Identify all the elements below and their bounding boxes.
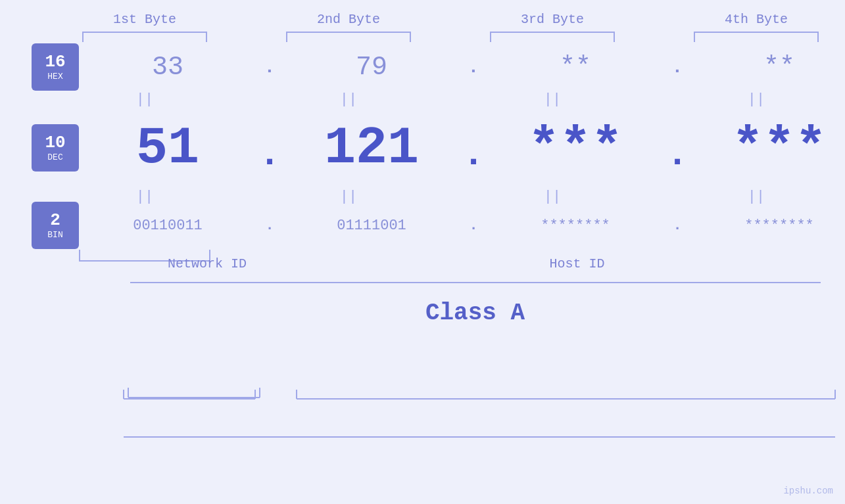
hex-cell-3: **	[487, 53, 664, 82]
left-spacer	[0, 12, 56, 27]
sep-left-1	[0, 90, 56, 108]
id-labels-row: Network ID Host ID	[0, 252, 845, 275]
bracket-line-3	[490, 32, 615, 42]
dec-badge-col: 10 DEC	[0, 108, 79, 187]
bin-cell-3: ********	[487, 218, 664, 234]
dec-row: 10 DEC 51 . 121 . *** . ***	[0, 108, 845, 187]
byte-header-4: 4th Byte	[667, 12, 845, 27]
dec-badge: 10 DEC	[32, 124, 79, 172]
watermark: ipshu.com	[783, 486, 833, 496]
hex-cell-1: 33	[79, 53, 256, 82]
id-labels: Network ID Host ID	[105, 252, 845, 275]
dec-cell-2: 121	[283, 118, 460, 178]
sep-cell-1: ||	[56, 91, 233, 108]
bin-badge: 2 BIN	[32, 202, 79, 249]
class-bracket-line	[130, 282, 821, 283]
hex-badge-col: 16 HEX	[0, 44, 79, 90]
dec-dot-1: .	[256, 120, 283, 175]
sep-cell-3: ||	[464, 91, 641, 108]
sep-symbols-1: || || || ||	[56, 90, 845, 108]
dec-dot-3: .	[664, 120, 690, 175]
bin-dot-3: .	[664, 218, 690, 234]
hex-cell-4: **	[690, 53, 845, 82]
sep-cell-2: ||	[260, 91, 437, 108]
bin-cell-2: 01111001	[283, 218, 460, 234]
bracket-line-4	[694, 32, 819, 42]
dec-cell-3: ***	[487, 118, 664, 178]
sep-row-2: || || || ||	[0, 187, 845, 206]
bracket-line-2	[286, 32, 411, 42]
class-bracket-container	[105, 282, 845, 292]
id-label-left	[0, 252, 105, 275]
hex-dot-1: .	[256, 57, 283, 78]
hex-values: 33 . 79 . ** . **	[79, 44, 845, 90]
class-bracket-left	[0, 282, 105, 292]
hex-dot-2: .	[460, 57, 487, 78]
dec-cell-4: ***	[690, 118, 845, 178]
bin-cell-1: 00110011	[79, 218, 256, 234]
sep-row-1: || || || ||	[0, 90, 845, 108]
bin-dot-1: .	[256, 218, 283, 234]
sep-symbols-2: || || || ||	[56, 187, 845, 206]
sep2-cell-2: ||	[260, 189, 437, 205]
byte-headers: 1st Byte 2nd Byte 3rd Byte 4th Byte	[56, 12, 845, 27]
byte-headers-row: 1st Byte 2nd Byte 3rd Byte 4th Byte	[0, 12, 845, 27]
sep-cell-4: ||	[667, 91, 845, 108]
class-label-left	[0, 296, 105, 329]
bracket-3	[464, 32, 641, 42]
class-label-row: Class A	[0, 296, 845, 329]
sep2-cell-4: ||	[667, 189, 845, 205]
bin-cell-4: ********	[690, 218, 845, 234]
byte-header-3: 3rd Byte	[464, 12, 641, 27]
top-brackets	[56, 30, 845, 44]
bracket-4	[667, 32, 845, 42]
bin-badge-col: 2 BIN	[0, 206, 79, 245]
dec-values: 51 . 121 . *** . ***	[79, 108, 845, 187]
sep2-cell-3: ||	[464, 189, 641, 205]
bracket-1	[56, 32, 233, 42]
bin-row: 2 BIN 00110011 . 01111001 . ******** . *…	[0, 206, 845, 245]
bracket-2	[260, 32, 437, 42]
host-id-container: Host ID	[309, 252, 845, 275]
left-spacer2	[0, 30, 56, 44]
sep2-cell-1: ||	[56, 189, 233, 205]
bin-dot-2: .	[460, 218, 487, 234]
class-label-container: Class A	[105, 296, 845, 329]
dec-dot-2: .	[460, 120, 487, 175]
byte-header-2: 2nd Byte	[260, 12, 437, 27]
dec-cell-1: 51	[79, 118, 256, 178]
main-container: 1st Byte 2nd Byte 3rd Byte 4th Byte	[0, 0, 845, 504]
top-brackets-row	[0, 30, 845, 44]
network-id-container: Network ID	[105, 252, 309, 275]
bin-values: 00110011 . 01111001 . ******** . *******…	[79, 206, 845, 245]
hex-dot-3: .	[664, 57, 690, 78]
bracket-line-1	[82, 32, 207, 42]
hex-row: 16 HEX 33 . 79 . ** . **	[0, 44, 845, 90]
hex-cell-2: 79	[283, 53, 460, 82]
class-bracket-row	[0, 282, 845, 292]
hex-badge: 16 HEX	[32, 43, 79, 91]
byte-header-1: 1st Byte	[56, 12, 233, 27]
